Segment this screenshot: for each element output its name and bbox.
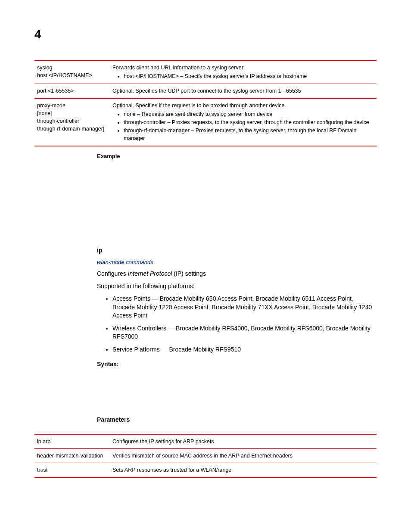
ip-description: Configures Internet Protocol (IP) settin… <box>97 270 377 278</box>
param-cell: header-mismatch-validation <box>34 448 110 463</box>
syntax-heading: Syntax: <box>97 360 377 369</box>
desc-cell: Optional. Specifies if the request is to… <box>110 98 377 146</box>
platform-list: Access Points — Brocade Mobility 650 Acc… <box>97 295 377 354</box>
table-row: trust Sets ARP responses as trusted for … <box>34 463 377 477</box>
desc-cell: Forwards client and URL information to a… <box>110 60 377 84</box>
list-item: Service Platforms — Brocade Mobility RFS… <box>112 345 377 354</box>
table-row: header-mismatch-validation Verifies mism… <box>34 448 377 463</box>
table-row: port <1-65535> Optional. Specifies the U… <box>34 84 377 98</box>
ip-heading: ip <box>97 246 377 255</box>
desc-cell: Verifies mismatch of source MAC address … <box>110 448 377 463</box>
chapter-number: 4 <box>34 26 377 43</box>
table-row: proxy-mode [none| through-controller| th… <box>34 98 377 146</box>
list-item: Wireless Controllers — Brocade Mobility … <box>112 324 377 341</box>
desc-cell: Optional. Specifies the UDP port to conn… <box>110 84 377 98</box>
example-heading: Example <box>97 152 377 160</box>
param-cell: port <1-65535> <box>34 84 110 98</box>
wlan-mode-link[interactable]: wlan-mode commands <box>97 258 377 266</box>
desc-cell: Sets ARP responses as trusted for a WLAN… <box>110 463 377 477</box>
parameter-table-ip: ip arp Configures the IP settings for AR… <box>34 434 377 478</box>
desc-cell: Configures the IP settings for ARP packe… <box>110 434 377 449</box>
list-item: Access Points — Brocade Mobility 650 Acc… <box>112 295 377 320</box>
param-cell: trust <box>34 463 110 477</box>
supported-text: Supported in the following platforms: <box>97 282 377 290</box>
table-row: ip arp Configures the IP settings for AR… <box>34 434 377 449</box>
table-row: syslog host <IP/HOSTNAME> Forwards clien… <box>34 60 377 84</box>
param-cell: syslog host <IP/HOSTNAME> <box>34 60 110 84</box>
parameter-table-syslog: syslog host <IP/HOSTNAME> Forwards clien… <box>34 60 377 146</box>
param-cell: proxy-mode [none| through-controller| th… <box>34 98 110 146</box>
param-cell: ip arp <box>34 434 110 449</box>
parameters-heading: Parameters <box>97 416 377 424</box>
